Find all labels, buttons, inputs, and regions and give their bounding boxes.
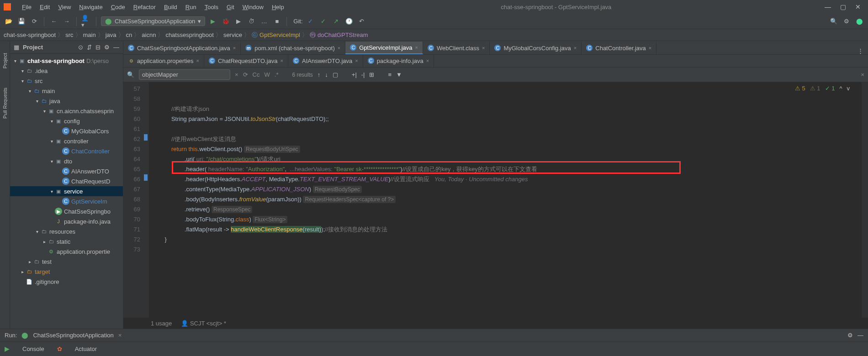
run-settings-icon[interactable]: ⚙ [847, 332, 853, 339]
tree-item[interactable]: ▾🗀.idea [10, 66, 123, 76]
tree-item[interactable]: CAIAnswerDTO [10, 166, 123, 176]
tab-close-icon[interactable]: × [338, 45, 340, 51]
menu-view[interactable]: View [54, 2, 74, 12]
breadcrumb-item[interactable]: ⓒ GptServiceImpl [252, 31, 300, 39]
editor-tab[interactable]: CAIAnswerDTO.java× [288, 55, 363, 67]
find-clear-icon[interactable]: × [235, 71, 238, 78]
find-filter-icon[interactable]: ≡ [388, 71, 392, 78]
breadcrumb-item[interactable]: java [106, 31, 116, 38]
breadcrumb-item[interactable]: main [83, 31, 96, 38]
menu-help[interactable]: Help [268, 2, 288, 12]
code-content[interactable]: //构建请求json String paramJson = JSONUtil.t… [149, 82, 868, 318]
find-prev-icon[interactable]: ↑ [318, 71, 321, 78]
tab-close-icon[interactable]: × [482, 45, 485, 51]
breadcrumb-item[interactable]: aicnn [142, 31, 156, 38]
editor-tab[interactable]: CChatRequestDTO.java× [204, 55, 288, 67]
tree-item[interactable]: ▶ChatSseSpringbo [10, 206, 123, 216]
editor-tab[interactable]: CWebClient.class× [423, 42, 490, 54]
coverage-icon[interactable]: ▶ [233, 16, 243, 26]
run-hide-icon[interactable]: — [857, 332, 863, 339]
editor-tab[interactable]: CChatController.java× [582, 42, 656, 54]
find-regex-toggle[interactable]: .* [275, 71, 279, 78]
tree-item[interactable]: CChatRequestD [10, 176, 123, 186]
find-remove-selection-icon[interactable]: -| [361, 71, 365, 78]
tree-item[interactable]: CMyGlobalCors [10, 126, 123, 136]
tab-close-icon[interactable]: × [281, 58, 283, 63]
find-case-toggle[interactable]: Cc [253, 71, 260, 78]
breadcrumb-item[interactable]: chat-sse-springboot [4, 31, 56, 38]
usages-label[interactable]: 1 usage [151, 320, 172, 327]
tab-close-icon[interactable]: × [415, 45, 418, 50]
tree-item[interactable]: ▸🗀static [10, 236, 123, 246]
breadcrumb-item[interactable]: src [65, 31, 73, 38]
ok-indicator[interactable]: ✓ 1 [825, 85, 835, 92]
tree-item[interactable]: CChatController [10, 146, 123, 156]
git-push-icon[interactable]: ↗ [331, 16, 341, 26]
error-indicator[interactable]: ⚠ 5 [795, 85, 805, 92]
menu-code[interactable]: Code [107, 2, 129, 12]
expand-icon[interactable]: ⇵ [87, 44, 92, 51]
tree-root[interactable]: ▾▣chat-sse-springboot D:\perso [10, 56, 123, 66]
project-tree[interactable]: ▾▣chat-sse-springboot D:\perso▾🗀.idea▾🗀s… [10, 54, 123, 329]
run-config-selector[interactable]: ⬤ ChatSseSpringbootApplication ▾ [101, 16, 205, 26]
tree-item[interactable]: ▾▣cn.aicnn.chatssesprin [10, 106, 123, 116]
tab-close-icon[interactable]: × [426, 58, 429, 63]
hide-icon[interactable]: — [113, 44, 119, 51]
breadcrumb-item[interactable]: service [223, 31, 242, 38]
find-select-all-icon[interactable]: ▢ [333, 71, 338, 78]
pull-requests-tool-tab[interactable]: Pull Requests [1, 85, 9, 121]
menu-navigate[interactable]: Navigate [75, 2, 106, 12]
tab-close-icon[interactable]: × [649, 45, 651, 51]
back-icon[interactable]: ← [49, 16, 59, 26]
project-tool-tab[interactable]: Project [1, 50, 9, 71]
actuator-tab[interactable]: Actuator [71, 344, 101, 354]
maximize-icon[interactable]: ▢ [840, 3, 846, 10]
find-words-toggle[interactable]: W [264, 71, 270, 78]
tree-item[interactable]: ▾🗀src [10, 76, 123, 86]
run-tab-close-icon[interactable]: × [118, 332, 122, 339]
breadcrumb-item[interactable]: chatssespringboot [165, 31, 214, 38]
tree-item[interactable]: ▾▣config [10, 116, 123, 126]
tree-item[interactable]: ▾🗀resources [10, 226, 123, 236]
tree-item[interactable]: ▾🗀java [10, 96, 123, 106]
inspection-up-icon[interactable]: ^ [839, 85, 842, 92]
tree-item[interactable]: ⚙application.propertie [10, 246, 123, 257]
menu-refactor[interactable]: Refactor [130, 2, 159, 12]
tree-item[interactable]: ▸🗀target [10, 267, 123, 277]
menu-build[interactable]: Build [160, 2, 181, 12]
tree-item[interactable]: ▾🗀main [10, 86, 123, 96]
tree-item[interactable]: 📄.gitignore [10, 277, 123, 287]
forward-icon[interactable]: → [62, 16, 72, 26]
editor-tab[interactable]: Cpackage-info.java× [363, 55, 434, 67]
console-tab[interactable]: Console [19, 344, 48, 354]
tab-close-icon[interactable]: × [574, 45, 577, 51]
git-rollback-icon[interactable]: ↶ [357, 16, 367, 26]
menu-window[interactable]: Window [239, 2, 267, 12]
run-rerun-icon[interactable]: ▶ [5, 345, 10, 352]
git-history-icon[interactable]: 🕐 [344, 16, 354, 26]
debug-icon[interactable]: 🐞 [221, 16, 231, 26]
tree-item[interactable]: CGptServiceIm [10, 196, 123, 206]
save-icon[interactable]: 💾 [16, 16, 26, 26]
editor-tab[interactable]: CMyGlobalCorsConfig.java× [490, 42, 582, 54]
find-funnel-icon[interactable]: ▼ [396, 71, 402, 78]
run-icon[interactable]: ▶ [208, 16, 218, 26]
tree-item[interactable]: ▾▣service [10, 186, 123, 196]
breadcrumb-item[interactable]: ⓜ doChatGPTStream [310, 31, 368, 39]
find-select-occurrences-icon[interactable]: ⊞ [369, 71, 374, 78]
find-close-icon[interactable]: × [861, 71, 864, 78]
error-stripe[interactable] [862, 82, 868, 318]
inspections-widget[interactable]: ⚠ 5 ⚠ 1 ✓ 1 ^ v [795, 85, 850, 92]
editor-tab[interactable]: ⚙application.properties× [123, 55, 204, 67]
stop-icon[interactable]: ■ [272, 16, 282, 26]
tree-item[interactable]: ▾▣controller [10, 136, 123, 146]
tabs-more-icon[interactable]: ⋮ [853, 47, 868, 54]
settings-icon[interactable]: ⚙ [842, 16, 852, 26]
tree-item[interactable]: ▾▣dto [10, 156, 123, 166]
tree-item[interactable]: Jpackage-info.java [10, 216, 123, 226]
tree-item[interactable]: ▸🗀test [10, 257, 123, 267]
warning-indicator[interactable]: ⚠ 1 [810, 85, 820, 92]
find-input[interactable] [139, 69, 230, 80]
profile-icon[interactable]: ⏱ [246, 16, 256, 26]
find-add-selection-icon[interactable]: +| [352, 71, 357, 78]
